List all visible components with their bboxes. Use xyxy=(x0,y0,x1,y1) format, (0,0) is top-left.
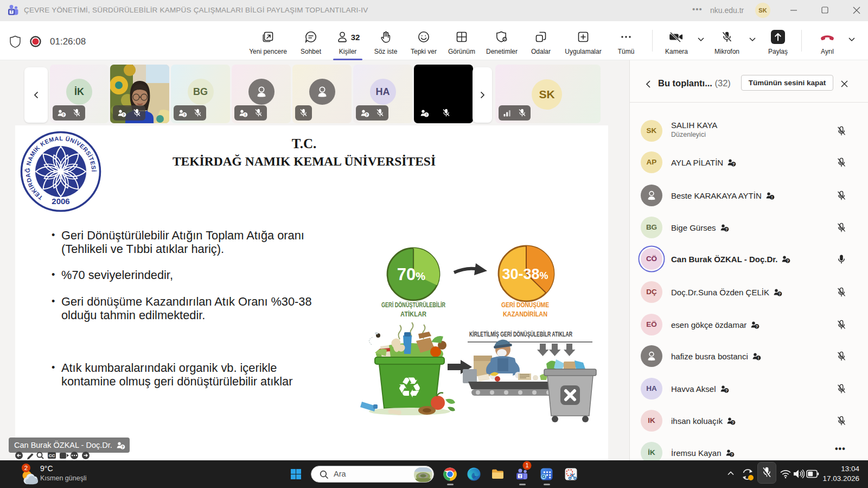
svg-text:ATİKLAR: ATİKLAR xyxy=(400,310,426,318)
svg-text:?: ? xyxy=(756,324,758,328)
svg-text:?: ? xyxy=(123,112,125,116)
svg-text:1: 1 xyxy=(525,462,528,468)
svg-text:?: ? xyxy=(778,291,781,296)
svg-text:?: ? xyxy=(732,161,735,166)
svg-text:2006: 2006 xyxy=(52,197,69,206)
svg-text:?: ? xyxy=(787,258,789,263)
svg-text:?: ? xyxy=(366,112,368,116)
svg-text:?: ? xyxy=(62,112,65,116)
svg-text:♻: ♻ xyxy=(397,372,423,403)
svg-text:?: ? xyxy=(730,452,733,457)
svg-text:GERİ DÖNÜŞÜME: GERİ DÖNÜŞÜME xyxy=(501,301,549,309)
svg-text:2: 2 xyxy=(24,465,28,471)
svg-text:?: ? xyxy=(732,420,735,424)
svg-text:KAZANDİRİLAN: KAZANDİRİLAN xyxy=(503,310,547,318)
svg-text:!: ! xyxy=(771,194,773,199)
svg-text:KİRLETİLMİŞ GERİ DÖNÜŞÜLEBİLR: KİRLETİLMİŞ GERİ DÖNÜŞÜLEBİLR ATIKLAR xyxy=(469,330,572,338)
svg-text:!: ! xyxy=(245,112,246,116)
svg-text:T: T xyxy=(519,474,521,479)
svg-text:!: ! xyxy=(758,355,760,360)
svg-text:?: ? xyxy=(122,445,124,448)
svg-text:T: T xyxy=(10,9,13,14)
svg-text:?: ? xyxy=(425,112,427,116)
svg-text:?: ? xyxy=(725,388,727,392)
svg-text:?: ? xyxy=(183,112,186,116)
svg-text:GERİ DÖNÜŞTÜRÜLEBİLİR: GERİ DÖNÜŞTÜRÜLEBİLİR xyxy=(381,301,445,309)
svg-text:?: ? xyxy=(725,226,727,231)
svg-text:CC: CC xyxy=(49,453,55,458)
